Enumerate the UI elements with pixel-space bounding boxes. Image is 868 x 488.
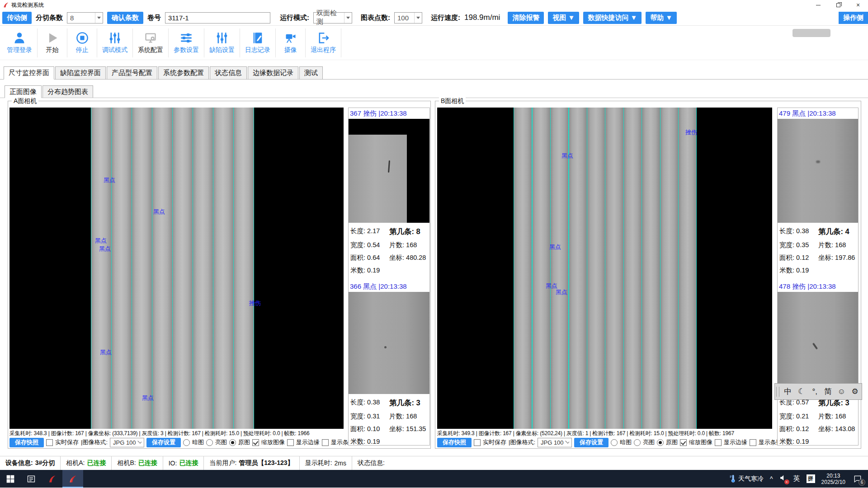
realtime-save-checkbox[interactable]	[46, 439, 53, 446]
emoji-icon[interactable]: ☺	[835, 387, 849, 396]
save-snapshot-button[interactable]: 保存快照	[437, 438, 472, 447]
exit-icon	[317, 32, 330, 44]
bright-image-radio[interactable]	[634, 439, 641, 446]
image-format-select[interactable]: JPG 100	[538, 438, 572, 447]
maximize-button[interactable]	[828, 0, 848, 10]
ime-simplified-mode[interactable]: 简	[821, 386, 835, 397]
play-icon	[46, 32, 59, 44]
camera-a-status-label: 相机A:	[66, 459, 85, 467]
help-menu-button[interactable]: 帮助 ▼	[646, 12, 677, 24]
zoom-image-label: 缩放图像	[689, 438, 712, 446]
app-logo-icon	[68, 474, 77, 483]
drive-side-button[interactable]: 传动侧	[2, 12, 32, 24]
tab-test[interactable]: 测试	[299, 66, 323, 79]
slit-count-label: 分切条数	[36, 14, 63, 22]
run-speed-label: 运行速度:	[431, 14, 460, 22]
app-logo-icon	[3, 2, 9, 8]
tab-edge-data[interactable]: 边缘数据记录	[248, 66, 298, 79]
tab-size-monitor[interactable]: 尺寸监控界面	[4, 66, 54, 80]
gear-icon[interactable]: ⚙	[848, 387, 862, 396]
start-menu-button[interactable]	[0, 470, 21, 488]
tab-trend-chart[interactable]: 分布趋势图表	[42, 85, 93, 98]
defect-card[interactable]: 367 挫伤 |20:13:38 长度: 2.17 第几条: 8 宽度: 0.5…	[349, 108, 429, 275]
camera-b-status-value: 已连接	[138, 459, 157, 467]
status-info-label: 状态信息:	[358, 459, 385, 467]
defect-header: 367 挫伤 |20:13:38	[349, 108, 429, 119]
tray-expand-button[interactable]: ^	[770, 475, 773, 483]
tab-defect-monitor[interactable]: 缺陷监控界面	[55, 66, 106, 79]
volume-button[interactable]: ×	[779, 474, 787, 483]
realtime-save-checkbox[interactable]	[474, 439, 481, 446]
tab-product-model[interactable]: 产品型号配置	[107, 66, 157, 79]
image-format-select[interactable]: JPG 100	[110, 438, 144, 447]
log-record-button[interactable]: 日志记录	[240, 28, 276, 57]
taskbar-app-1[interactable]	[42, 470, 62, 488]
show-strips-checkbox[interactable]	[322, 439, 329, 446]
defect-card[interactable]: 478 挫伤 |20:13:38 长度: 0.57 第几条: 3 宽度: 0.2…	[778, 281, 858, 446]
stop-button[interactable]: 停止	[67, 28, 97, 57]
ime-chinese-mode[interactable]: 中	[781, 386, 795, 397]
image-format-label: |图像格式:	[81, 438, 108, 446]
tab-status-info[interactable]: 状态信息	[210, 66, 247, 79]
action-center-button[interactable]: 6	[852, 473, 863, 485]
save-snapshot-button[interactable]: 保存快照	[9, 438, 44, 447]
language-indicator[interactable]: 英	[793, 474, 800, 483]
task-view-button[interactable]	[21, 470, 42, 488]
bright-image-radio[interactable]	[206, 439, 213, 446]
defect-details: 长度: 2.17 第几条: 8 宽度: 0.54 片数: 168 面积: 0.6…	[349, 223, 429, 275]
app-logo-icon	[47, 474, 57, 483]
drag-handle[interactable]	[776, 387, 779, 397]
run-mode-select[interactable]: 双面检测	[313, 12, 352, 23]
camera-capture-button[interactable]: 摄像	[276, 28, 306, 57]
save-settings-button[interactable]: 保存设置	[574, 438, 609, 447]
tab-front-image[interactable]: 正面图像	[5, 85, 42, 98]
defect-header: 479 黑点 |20:13:38	[778, 108, 858, 119]
main-tab-strip: 尺寸监控界面 缺陷监控界面 产品型号配置 系统参数配置 状态信息 边缘数据记录 …	[0, 66, 868, 80]
show-strips-checkbox[interactable]	[750, 439, 756, 446]
weather-widget[interactable]: 天气寒冷	[729, 475, 764, 483]
data-quick-access-button[interactable]: 数据快捷访问 ▼	[583, 12, 642, 24]
dark-image-radio[interactable]	[611, 439, 618, 446]
ime-mode-indicator[interactable]: 拼	[807, 474, 815, 483]
system-config-button[interactable]: 系统配置	[133, 28, 169, 57]
clear-alarm-button[interactable]: 清除报警	[508, 12, 544, 24]
admin-login-button[interactable]: 管理登录	[2, 28, 38, 57]
camera-a-controls: 保存快照 实时保存 |图像格式: JPG 100 保存设置 暗图 亮图 原图 缩…	[9, 437, 345, 448]
roll-number-input[interactable]	[165, 12, 270, 23]
confirm-count-button[interactable]: 确认条数	[107, 12, 143, 24]
dark-image-radio[interactable]	[183, 439, 190, 446]
operator-side-button[interactable]: 操作侧	[839, 12, 868, 24]
original-image-radio[interactable]	[229, 439, 236, 446]
parameter-settings-button[interactable]: 参数设置	[169, 28, 204, 57]
taskbar-clock[interactable]: 20:13 2025/2/10	[821, 473, 845, 485]
minimize-button[interactable]	[808, 0, 828, 10]
zoom-image-checkbox[interactable]	[252, 439, 259, 446]
moon-icon[interactable]: ☾	[795, 387, 808, 396]
clock-time: 20:13	[821, 473, 845, 479]
original-image-radio[interactable]	[657, 439, 664, 446]
start-button[interactable]: 开始	[38, 28, 67, 57]
show-edges-checkbox[interactable]	[287, 439, 294, 446]
panel-handle[interactable]	[793, 29, 830, 37]
punctuation-mode-icon[interactable]: °,	[808, 387, 821, 396]
view-menu-button[interactable]: 视图 ▼	[548, 12, 579, 24]
show-edges-checkbox[interactable]	[715, 439, 722, 446]
chart-points-select[interactable]: 100	[394, 12, 422, 23]
slit-count-select[interactable]: 8	[67, 12, 103, 23]
tab-system-params[interactable]: 系统参数配置	[158, 66, 209, 79]
strip-lines	[91, 108, 254, 429]
defect-card[interactable]: 479 黑点 |20:13:38 长度: 0.38 第几条: 4 宽度: 0.3…	[778, 108, 858, 275]
chevron-down-icon	[344, 13, 352, 23]
exit-program-button[interactable]: 退出程序	[306, 28, 341, 57]
defect-thumbnail	[349, 119, 429, 223]
save-settings-button[interactable]: 保存设置	[146, 438, 181, 447]
taskbar-app-2-active[interactable]	[62, 470, 83, 488]
defect-details: 长度: 0.57 第几条: 3 宽度: 0.21 片数: 168 面积: 0.1…	[778, 394, 858, 446]
zoom-image-checkbox[interactable]	[680, 439, 687, 446]
defect-card[interactable]: 366 黑点 |20:13:38 长度: 0.38 第几条: 3 宽度: 0.3…	[349, 281, 429, 446]
debug-mode-button[interactable]: 调试模式	[97, 28, 133, 57]
defect-settings-button[interactable]: 缺陷设置	[204, 28, 240, 57]
defect-thumbnail	[778, 119, 858, 223]
close-button[interactable]: ×	[848, 0, 868, 10]
show-edges-label: 显示边缘	[724, 438, 747, 446]
